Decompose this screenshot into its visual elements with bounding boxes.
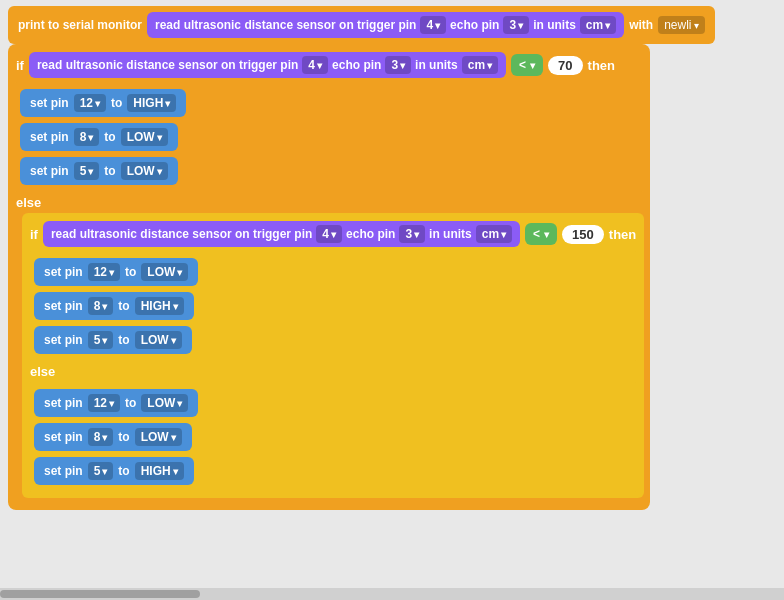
if2-pin5-dropdown[interactable]: 5 (88, 331, 114, 349)
else1-bottom-pad (14, 498, 644, 504)
top-sensor-label: read ultrasonic distance sensor on trigg… (155, 18, 416, 32)
print-label: print to serial monitor (18, 18, 142, 32)
if1-pin5-set: set pin (30, 164, 69, 178)
if2-pin8-state-dropdown[interactable]: HIGH (135, 297, 184, 315)
else2-pin8-to: to (118, 430, 129, 444)
if1-body: set pin 12 to HIGH set pin 8 to LOW set … (14, 82, 644, 192)
print-block: print to serial monitor read ultrasonic … (8, 6, 715, 44)
if2-condition-arrow: ▾ (544, 229, 549, 240)
else2-pin5-row: set pin 5 to HIGH (34, 454, 632, 488)
top-sensor-block[interactable]: read ultrasonic distance sensor on trigg… (147, 12, 624, 38)
if2-echo-label: echo pin (346, 227, 395, 241)
if1-condition-block[interactable]: < ▾ (511, 54, 543, 76)
if1-pin12-dropdown[interactable]: 12 (74, 94, 106, 112)
canvas: print to serial monitor read ultrasonic … (0, 0, 784, 600)
if2-pin8-block[interactable]: set pin 8 to HIGH (34, 292, 194, 320)
else2-pin12-set: set pin (44, 396, 83, 410)
if2-pin5-set: set pin (44, 333, 83, 347)
if2-units-label: in units (429, 227, 472, 241)
else2-pin5-set: set pin (44, 464, 83, 478)
if1-sensor-block[interactable]: read ultrasonic distance sensor on trigg… (29, 52, 506, 78)
if1-pin5-state-dropdown[interactable]: LOW (121, 162, 168, 180)
echo-label-top: echo pin (450, 18, 499, 32)
if2-pin12-state-dropdown[interactable]: LOW (141, 263, 188, 281)
top-with-dropdown[interactable]: newli (658, 16, 704, 34)
if1-pin8-row: set pin 8 to LOW (20, 120, 638, 154)
if1-pin12-row: set pin 12 to HIGH (20, 86, 638, 120)
if2-condition-symbol: < (533, 227, 540, 241)
with-label-top: with (629, 18, 653, 32)
else2-pin5-state-dropdown[interactable]: HIGH (135, 462, 184, 480)
else2-pin5-dropdown[interactable]: 5 (88, 462, 114, 480)
if1-trigger-dropdown[interactable]: 4 (302, 56, 328, 74)
if2-sensor-label: read ultrasonic distance sensor on trigg… (51, 227, 312, 241)
if1-pin8-block[interactable]: set pin 8 to LOW (20, 123, 178, 151)
if1-then-label: then (588, 58, 615, 73)
if2-pin12-dropdown[interactable]: 12 (88, 263, 120, 281)
if1-units-dropdown[interactable]: cm (462, 56, 498, 74)
else2-pin8-block[interactable]: set pin 8 to LOW (34, 423, 192, 451)
if2-pin5-state-dropdown[interactable]: LOW (135, 331, 182, 349)
else1-label: else (16, 195, 41, 210)
if2-pin12-block[interactable]: set pin 12 to LOW (34, 258, 198, 286)
if1-pin5-to: to (104, 164, 115, 178)
else2-pin8-state-dropdown[interactable]: LOW (135, 428, 182, 446)
if2-units-dropdown[interactable]: cm (476, 225, 512, 243)
units-label-top: in units (533, 18, 576, 32)
top-units-dropdown[interactable]: cm (580, 16, 616, 34)
if1-units-label: in units (415, 58, 458, 72)
if1-pin5-block[interactable]: set pin 5 to LOW (20, 157, 178, 185)
if1-condition-symbol: < (519, 58, 526, 72)
else2-pin8-dropdown[interactable]: 8 (88, 428, 114, 446)
if2-pin12-to: to (125, 265, 136, 279)
if2-pin12-row: set pin 12 to LOW (34, 255, 632, 289)
else2-pin8-row: set pin 8 to LOW (34, 420, 632, 454)
if1-row: if read ultrasonic distance sensor on tr… (14, 48, 644, 82)
else2-pin12-dropdown[interactable]: 12 (88, 394, 120, 412)
if1-pin12-block[interactable]: set pin 12 to HIGH (20, 89, 186, 117)
else2-pin12-row: set pin 12 to LOW (34, 386, 632, 420)
else2-label: else (30, 364, 55, 379)
else2-pin8-set: set pin (44, 430, 83, 444)
else2-body: set pin 12 to LOW set pin 8 to LOW (28, 382, 638, 492)
top-trigger-pin-dropdown[interactable]: 4 (420, 16, 446, 34)
else2-pin5-block[interactable]: set pin 5 to HIGH (34, 457, 194, 485)
else2-label-row: else (28, 361, 638, 382)
if2-sensor-block[interactable]: read ultrasonic distance sensor on trigg… (43, 221, 520, 247)
if2-pin8-to: to (118, 299, 129, 313)
if2-body: set pin 12 to LOW set pin 8 to HIGH (28, 251, 638, 361)
else2-pin12-block[interactable]: set pin 12 to LOW (34, 389, 198, 417)
if2-condition-block[interactable]: < ▾ (525, 223, 557, 245)
if1-pin8-dropdown[interactable]: 8 (74, 128, 100, 146)
if2-pin12-set: set pin (44, 265, 83, 279)
else2-pin12-to: to (125, 396, 136, 410)
if1-pin12-state-dropdown[interactable]: HIGH (127, 94, 176, 112)
if2-echo-dropdown[interactable]: 3 (399, 225, 425, 243)
if1-echo-label: echo pin (332, 58, 381, 72)
if2-pin8-dropdown[interactable]: 8 (88, 297, 114, 315)
if1-label: if (16, 58, 24, 73)
if2-then-label: then (609, 227, 636, 242)
else1-inner-container: if read ultrasonic distance sensor on tr… (22, 213, 644, 498)
if1-condition-arrow: ▾ (530, 60, 535, 71)
if1-value-bubble[interactable]: 70 (548, 56, 582, 75)
top-echo-pin-dropdown[interactable]: 3 (503, 16, 529, 34)
if1-pin8-to: to (104, 130, 115, 144)
scrollbar-thumb[interactable] (0, 590, 200, 598)
if2-pin8-set: set pin (44, 299, 83, 313)
if1-pin12-set: set pin (30, 96, 69, 110)
if2-label: if (30, 227, 38, 242)
if1-echo-dropdown[interactable]: 3 (385, 56, 411, 74)
if2-pin5-block[interactable]: set pin 5 to LOW (34, 326, 192, 354)
else2-pin12-state-dropdown[interactable]: LOW (141, 394, 188, 412)
if2-value-bubble[interactable]: 150 (562, 225, 604, 244)
if1-pin5-dropdown[interactable]: 5 (74, 162, 100, 180)
horizontal-scrollbar[interactable] (0, 588, 784, 600)
if2-pin5-row: set pin 5 to LOW (34, 323, 632, 357)
if2-row: if read ultrasonic distance sensor on tr… (28, 217, 638, 251)
if2-trigger-dropdown[interactable]: 4 (316, 225, 342, 243)
if1-pin8-set: set pin (30, 130, 69, 144)
if1-pin8-state-dropdown[interactable]: LOW (121, 128, 168, 146)
else1-label-row: else (14, 192, 644, 213)
if1-sensor-label: read ultrasonic distance sensor on trigg… (37, 58, 298, 72)
